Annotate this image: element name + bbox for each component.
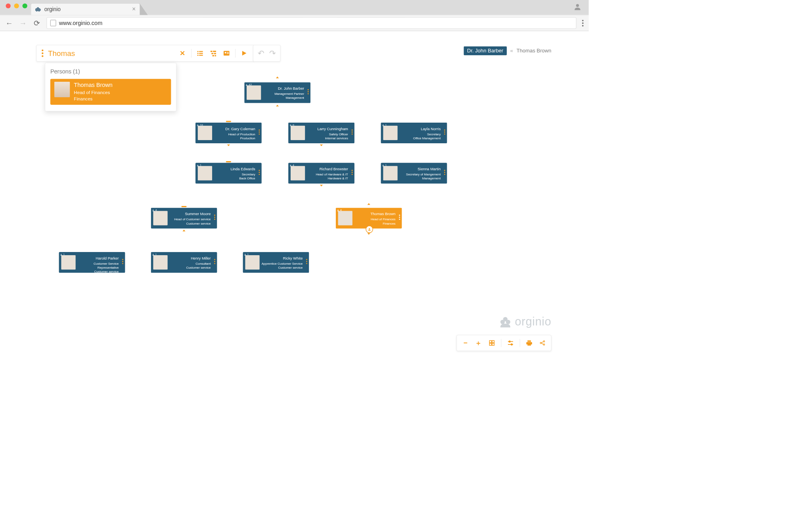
avatar xyxy=(198,126,212,140)
avatar xyxy=(245,255,259,269)
tab-title: orginio xyxy=(44,6,61,12)
svg-point-46 xyxy=(369,228,370,229)
back-icon[interactable]: ← xyxy=(5,19,13,27)
forward-icon[interactable]: → xyxy=(19,19,27,27)
collapse-bar[interactable] xyxy=(226,121,231,122)
node-menu-icon[interactable] xyxy=(306,259,307,264)
close-window-dot[interactable] xyxy=(6,3,11,8)
reload-icon[interactable]: ⟳ xyxy=(33,19,41,27)
node-menu-icon[interactable] xyxy=(259,170,260,175)
svg-point-42 xyxy=(290,165,291,165)
svg-rect-54 xyxy=(492,341,494,343)
node-menu-icon[interactable] xyxy=(214,259,215,264)
avatar xyxy=(383,166,397,180)
org-node-white[interactable]: 1 Ricky WhiteApprentice Customer Service… xyxy=(243,252,309,273)
zoom-toolbar: − ＋ xyxy=(456,335,551,351)
org-node-barber[interactable]: 42 Dr. John Barber Management Partner Ma… xyxy=(244,82,310,103)
svg-point-37 xyxy=(246,84,247,85)
connector-lines xyxy=(0,31,86,74)
node-menu-icon[interactable] xyxy=(214,215,215,220)
avatar xyxy=(153,255,167,269)
svg-point-49 xyxy=(245,254,245,254)
window-controls xyxy=(4,0,31,15)
node-menu-icon[interactable] xyxy=(444,129,445,135)
url-input[interactable]: www.orginio.com xyxy=(46,17,576,29)
org-node-coleman[interactable]: 18 Dr. Gary ColemanHead of ProductionPro… xyxy=(195,123,262,143)
new-tab-affordance[interactable] xyxy=(140,4,147,15)
org-node-parker[interactable]: 1 Harold ParkerCustomer Service Represen… xyxy=(59,252,125,273)
svg-rect-55 xyxy=(489,343,491,345)
focus-person-pin-icon[interactable] xyxy=(366,225,373,233)
node-menu-icon[interactable] xyxy=(444,170,445,175)
collapse-bar[interactable] xyxy=(226,161,231,162)
svg-point-60 xyxy=(511,344,512,345)
expand-down-icon[interactable] xyxy=(368,233,370,235)
node-menu-icon[interactable] xyxy=(259,129,260,135)
org-node-brewster[interactable]: 4 Richard BrewsterHead of Hardware & ITH… xyxy=(288,163,354,183)
svg-point-47 xyxy=(61,254,61,254)
profile-avatar-icon[interactable] xyxy=(573,3,582,13)
brand-watermark: orginio xyxy=(499,315,552,328)
share-icon[interactable] xyxy=(538,340,546,346)
svg-point-58 xyxy=(509,341,510,342)
svg-point-40 xyxy=(383,124,383,125)
tab-favicon xyxy=(35,6,41,12)
svg-line-64 xyxy=(541,342,543,343)
svg-point-41 xyxy=(197,165,198,165)
avatar xyxy=(338,211,352,225)
avatar xyxy=(247,85,261,100)
collapse-icon[interactable] xyxy=(276,105,279,106)
address-bar: ← → ⟳ www.orginio.com xyxy=(0,15,589,31)
collapse-bar[interactable] xyxy=(181,206,186,207)
tab-strip: orginio × xyxy=(0,0,589,15)
collapse-icon[interactable] xyxy=(182,230,185,231)
node-menu-icon[interactable] xyxy=(122,259,123,264)
settings-sliders-icon[interactable] xyxy=(506,340,514,346)
svg-point-52 xyxy=(506,320,510,324)
node-menu-icon[interactable] xyxy=(308,89,309,94)
avatar xyxy=(383,126,397,140)
avatar xyxy=(291,166,305,180)
svg-point-45 xyxy=(338,210,339,210)
browser-menu-icon[interactable] xyxy=(582,20,584,27)
svg-point-0 xyxy=(576,4,579,7)
svg-point-48 xyxy=(153,254,153,254)
svg-point-44 xyxy=(153,210,153,210)
svg-point-38 xyxy=(197,124,198,125)
svg-point-43 xyxy=(383,165,383,165)
zoom-in-icon[interactable]: ＋ xyxy=(475,339,483,348)
expand-down-icon[interactable] xyxy=(227,144,230,146)
url-text: www.orginio.com xyxy=(59,20,103,27)
node-menu-icon[interactable] xyxy=(399,215,400,220)
avatar xyxy=(291,126,305,140)
svg-line-65 xyxy=(541,343,543,344)
avatar xyxy=(153,211,167,225)
brand-text: orginio xyxy=(515,315,551,328)
zoom-out-icon[interactable]: − xyxy=(462,339,469,347)
expand-up-icon[interactable] xyxy=(368,203,370,205)
tab-close-icon[interactable]: × xyxy=(132,6,136,13)
expand-down-icon[interactable] xyxy=(320,185,323,186)
node-menu-icon[interactable] xyxy=(352,170,353,175)
zoom-window-dot[interactable] xyxy=(23,3,27,8)
org-node-miller[interactable]: 1 Henry MillerConsultantCustomer service xyxy=(151,252,217,273)
minimize-window-dot[interactable] xyxy=(14,3,19,8)
page-info-icon[interactable] xyxy=(50,20,56,26)
org-node-edwards[interactable]: 1 Linda EdwardsSecretaryBack Office xyxy=(195,163,262,183)
svg-point-39 xyxy=(290,124,291,125)
browser-chrome: orginio × ← → ⟳ www.orginio.com xyxy=(0,0,589,31)
org-node-moore[interactable]: 4 Summer MooreHead of Customer serviceCu… xyxy=(151,208,217,228)
brand-logo-icon xyxy=(499,315,512,328)
org-node-cunningham[interactable]: 8 Larry CunninghamSafety OfficerInternal… xyxy=(288,123,354,143)
org-node-martin[interactable]: 1 Sienna MartinSecretary of MangementMan… xyxy=(381,163,447,183)
expand-down-icon[interactable] xyxy=(320,144,323,146)
expand-up-icon[interactable] xyxy=(276,77,279,78)
svg-rect-56 xyxy=(492,343,494,345)
print-icon[interactable] xyxy=(525,340,533,346)
node-menu-icon[interactable] xyxy=(352,129,353,135)
avatar xyxy=(61,255,75,269)
org-node-norris[interactable]: 1 Layla NorrisSecretaryOffice Management xyxy=(381,123,447,143)
browser-tab[interactable]: orginio × xyxy=(31,3,140,15)
fit-screen-icon[interactable] xyxy=(488,340,496,346)
avatar xyxy=(198,166,212,180)
